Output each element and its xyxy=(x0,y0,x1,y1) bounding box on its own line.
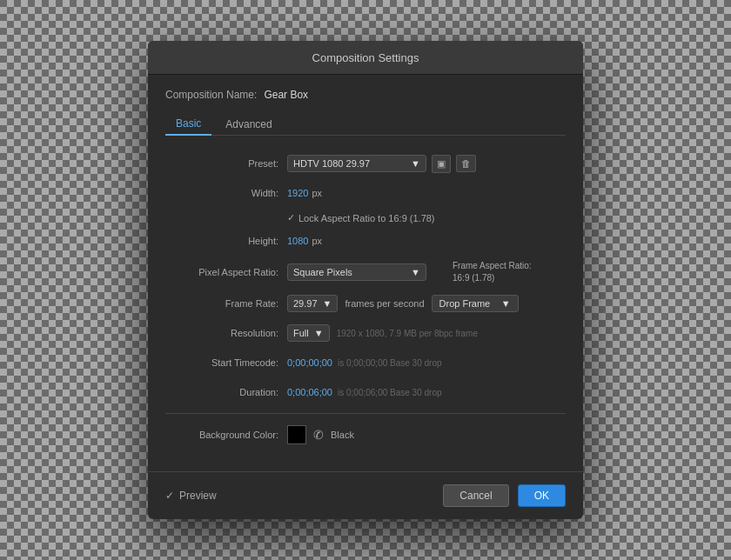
preview-check-container: ✓ Preview xyxy=(165,490,217,502)
comp-name-row: Composition Name: Gear Box xyxy=(165,89,566,101)
dialog-body: Composition Name: Gear Box Basic Advance… xyxy=(148,75,583,457)
frame-aspect-container: Frame Aspect Ratio: 16:9 (1.78) xyxy=(453,260,532,284)
pixel-aspect-arrow: ▼ xyxy=(411,267,420,277)
bg-color-controls: ✆ Black xyxy=(287,425,354,444)
composition-settings-dialog: Composition Settings Composition Name: G… xyxy=(148,41,583,519)
width-value[interactable]: 1920 xyxy=(287,188,308,198)
eyedropper-icon[interactable]: ✆ xyxy=(313,428,324,442)
start-timecode-value[interactable]: 0;00;00;00 xyxy=(287,357,332,368)
frame-rate-arrow: ▼ xyxy=(323,298,332,309)
preset-controls: HDTV 1080 29.97 ▼ ▣ 🗑 xyxy=(287,155,476,173)
form-section: Preset: HDTV 1080 29.97 ▼ ▣ 🗑 Width: 192… xyxy=(165,150,566,457)
drop-frame-select[interactable]: Drop Frame ▼ xyxy=(432,295,519,312)
duration-row: Duration: 0;00;06;00 is 0;00;06;00 Base … xyxy=(165,382,566,403)
resolution-controls: Full ▼ 1920 x 1080, 7.9 MB per 8bpc fram… xyxy=(287,324,478,342)
title-bar: Composition Settings xyxy=(148,41,583,75)
cancel-button[interactable]: Cancel xyxy=(443,484,508,507)
pixel-aspect-label: Pixel Aspect Ratio: xyxy=(165,267,278,277)
bg-color-name: Black xyxy=(331,430,354,440)
width-unit: px xyxy=(312,188,322,198)
dialog-footer: ✓ Preview Cancel OK xyxy=(148,471,583,519)
preset-delete-button[interactable]: 🗑 xyxy=(456,155,476,172)
frame-rate-controls: 29.97 ▼ frames per second Drop Frame ▼ xyxy=(287,295,519,312)
frame-rate-label: Frame Rate: xyxy=(165,298,278,309)
resolution-select[interactable]: Full ▼ xyxy=(287,324,330,342)
preview-checkmark: ✓ xyxy=(165,490,174,502)
pixel-aspect-controls: Square Pixels ▼ Frame Aspect Ratio: 16:9… xyxy=(287,260,532,284)
height-label: Height: xyxy=(165,236,278,246)
drop-frame-arrow: ▼ xyxy=(501,298,511,309)
bg-color-row: Background Color: ✆ Black xyxy=(165,424,566,445)
preset-select[interactable]: HDTV 1080 29.97 ▼ xyxy=(287,155,426,172)
ok-button[interactable]: OK xyxy=(518,484,566,507)
footer-buttons: Cancel OK xyxy=(443,484,566,507)
tab-basic[interactable]: Basic xyxy=(165,113,211,136)
preset-row: Preset: HDTV 1080 29.97 ▼ ▣ 🗑 xyxy=(165,153,566,174)
resolution-info: 1920 x 1080, 7.9 MB per 8bpc frame xyxy=(337,329,478,338)
duration-info: is 0;00;06;00 Base 30 drop xyxy=(338,388,442,397)
lock-checkmark: ✓ xyxy=(287,212,295,223)
lock-aspect-row: ✓ Lock Aspect Ratio to 16:9 (1.78) xyxy=(287,212,566,223)
frame-rate-select[interactable]: 29.97 ▼ xyxy=(287,295,338,312)
height-value[interactable]: 1080 xyxy=(287,236,308,246)
comp-name-label: Composition Name: xyxy=(165,89,257,101)
frame-rate-value: 29.97 xyxy=(293,298,318,309)
resolution-arrow: ▼ xyxy=(314,328,324,338)
preset-copy-button[interactable]: ▣ xyxy=(432,155,451,173)
pixel-aspect-value: Square Pixels xyxy=(293,267,352,277)
bg-color-label: Background Color: xyxy=(165,430,278,440)
preset-dropdown-arrow: ▼ xyxy=(411,158,420,169)
divider xyxy=(165,413,566,414)
pixel-aspect-row: Pixel Aspect Ratio: Square Pixels ▼ Fram… xyxy=(165,260,566,284)
frame-aspect-label: Frame Aspect Ratio: xyxy=(453,260,532,272)
width-label: Width: xyxy=(165,188,278,198)
start-timecode-label: Start Timecode: xyxy=(165,357,278,368)
pixel-aspect-select[interactable]: Square Pixels ▼ xyxy=(287,263,426,281)
fps-label: frames per second xyxy=(345,298,424,309)
resolution-row: Resolution: Full ▼ 1920 x 1080, 7.9 MB p… xyxy=(165,323,566,343)
frame-aspect-value: 16:9 (1.78) xyxy=(453,272,532,284)
drop-frame-value: Drop Frame xyxy=(439,298,491,309)
preview-label: Preview xyxy=(179,490,217,502)
width-row: Width: 1920 px xyxy=(165,183,566,203)
preset-label: Preset: xyxy=(165,158,278,169)
duration-label: Duration: xyxy=(165,387,278,397)
resolution-label: Resolution: xyxy=(165,328,278,338)
lock-aspect-label: Lock Aspect Ratio to 16:9 (1.78) xyxy=(298,213,435,223)
bg-color-swatch[interactable] xyxy=(287,425,306,444)
duration-value[interactable]: 0;00;06;00 xyxy=(287,387,332,397)
start-timecode-row: Start Timecode: 0;00;00;00 is 0;00;00;00… xyxy=(165,352,566,373)
tabs-container: Basic Advanced xyxy=(165,113,566,136)
preset-value: HDTV 1080 29.97 xyxy=(293,158,370,169)
tab-advanced[interactable]: Advanced xyxy=(215,113,282,135)
resolution-value: Full xyxy=(293,328,309,338)
start-timecode-info: is 0;00;00;00 Base 30 drop xyxy=(338,358,442,368)
height-unit: px xyxy=(312,236,322,246)
height-row: Height: 1080 px xyxy=(165,230,566,251)
comp-name-value: Gear Box xyxy=(264,89,308,101)
frame-rate-row: Frame Rate: 29.97 ▼ frames per second Dr… xyxy=(165,293,566,314)
dialog-title: Composition Settings xyxy=(312,51,419,64)
